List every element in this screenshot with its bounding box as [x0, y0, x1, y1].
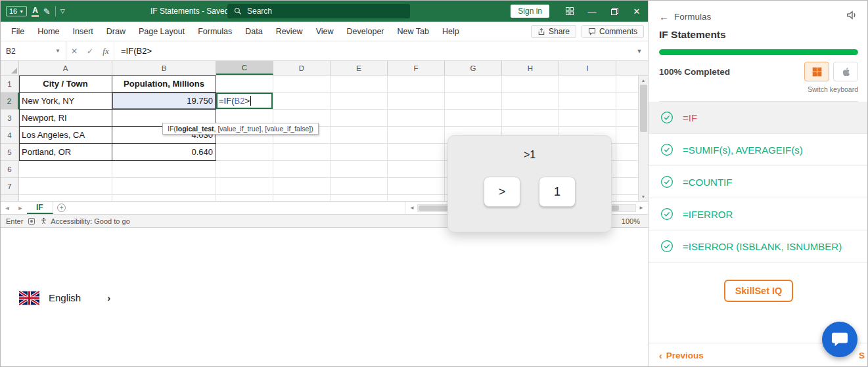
cell-F2[interactable] — [388, 93, 445, 110]
cell-I1[interactable] — [559, 76, 616, 93]
language-label[interactable]: English — [49, 292, 81, 303]
cell-F7[interactable] — [388, 178, 445, 195]
cell-D8[interactable] — [273, 195, 331, 201]
enter-formula-icon[interactable]: ✓ — [82, 41, 98, 60]
cell-B7[interactable] — [112, 178, 216, 195]
ribbon-tab-page-layout[interactable]: Page Layout — [132, 24, 191, 39]
row-header-8[interactable]: 8 — [1, 195, 19, 201]
cell-E5[interactable] — [331, 144, 388, 161]
insert-function-icon[interactable]: fx — [98, 41, 114, 60]
cell-C8[interactable] — [216, 195, 273, 201]
ribbon-tab-home[interactable]: Home — [31, 24, 66, 39]
cell-F1[interactable] — [388, 76, 445, 93]
cell-E3[interactable] — [331, 110, 388, 127]
cell-A8[interactable] — [19, 195, 112, 201]
cell-D6[interactable] — [273, 161, 331, 178]
column-header-C[interactable]: C — [216, 61, 273, 75]
cell-A6[interactable] — [19, 161, 112, 178]
next-button-partial[interactable]: S — [859, 351, 865, 360]
lesson-item-sumif[interactable]: =SUMIF(s), AVERAGEIF(s) — [649, 134, 868, 166]
uk-flag-icon[interactable] — [19, 291, 39, 305]
accessibility-status[interactable]: Accessibility: Good to go — [40, 217, 129, 225]
ribbon-tab-review[interactable]: Review — [269, 24, 309, 39]
vertical-scrollbar[interactable]: ▲ ▼ — [638, 76, 648, 201]
ribbon-tab-new-tab[interactable]: New Tab — [391, 24, 436, 39]
cell-C1[interactable] — [216, 76, 273, 93]
column-header-F[interactable]: F — [388, 61, 445, 75]
cell-E1[interactable] — [331, 76, 388, 93]
ribbon-tab-help[interactable]: Help — [436, 24, 466, 39]
cell-D7[interactable] — [273, 178, 331, 195]
scroll-left-icon[interactable]: ◄ — [407, 205, 417, 211]
expand-formula-bar-icon[interactable]: ▼ — [631, 41, 648, 60]
column-header-D[interactable]: D — [273, 61, 331, 75]
cell-H2[interactable] — [502, 93, 559, 110]
highlighter-icon[interactable]: ✎ — [43, 7, 51, 16]
chevron-down-icon[interactable]: ▼ — [55, 48, 60, 54]
cell-H1[interactable] — [502, 76, 559, 93]
cell-H3[interactable] — [502, 110, 559, 127]
row-header-3[interactable]: 3 — [1, 110, 19, 127]
row-header-2[interactable]: 2 — [1, 93, 19, 110]
column-header-I[interactable]: I — [559, 61, 616, 75]
sign-in-button[interactable]: Sign in — [511, 5, 549, 18]
row-header-7[interactable]: 7 — [1, 178, 19, 195]
zoom-level-label[interactable]: 100% — [622, 217, 640, 225]
column-header-H[interactable]: H — [502, 61, 559, 75]
sheet-nav-left-icon[interactable]: ◄ — [1, 202, 14, 214]
back-button[interactable]: ←Formulas — [659, 11, 711, 22]
cell-A5[interactable]: Portland, OR — [19, 144, 112, 161]
qat-customize-icon[interactable]: ▽ — [60, 9, 65, 14]
cell-B6[interactable] — [112, 161, 216, 178]
skillset-iq-button[interactable]: SkillSet IQ — [724, 280, 794, 302]
close-button[interactable]: ✕ — [626, 1, 648, 22]
ribbon-tab-formulas[interactable]: Formulas — [191, 24, 239, 39]
row-header-6[interactable]: 6 — [1, 161, 19, 178]
column-header-A[interactable]: A — [19, 61, 112, 75]
ribbon-tab-insert[interactable]: Insert — [66, 24, 100, 39]
cell-G3[interactable] — [445, 110, 502, 127]
ribbon-tab-view[interactable]: View — [309, 24, 340, 39]
column-header-G[interactable]: G — [445, 61, 502, 75]
column-header-B[interactable]: B — [112, 61, 216, 75]
share-button[interactable]: Share — [531, 25, 576, 38]
lesson-item-iferror[interactable]: =IFERROR — [649, 198, 868, 230]
name-box[interactable]: B2 ▼ — [1, 41, 66, 60]
macro-record-icon[interactable] — [28, 218, 35, 225]
restore-button[interactable] — [603, 1, 626, 22]
chevron-right-icon[interactable]: › — [107, 292, 110, 303]
cancel-formula-icon[interactable]: ✕ — [66, 41, 82, 60]
ribbon-tab-data[interactable]: Data — [239, 24, 269, 39]
scroll-right-icon[interactable]: ► — [636, 205, 647, 211]
row-header-5[interactable]: 5 — [1, 144, 19, 161]
sound-icon[interactable] — [846, 10, 858, 23]
cell-B2[interactable]: 19.750 — [112, 93, 216, 110]
cell-B8[interactable] — [112, 195, 216, 201]
cell-C7[interactable] — [216, 178, 273, 195]
ribbon-display-icon[interactable] — [559, 1, 581, 22]
scroll-down-icon[interactable]: ▼ — [639, 192, 648, 201]
cell-F8[interactable] — [388, 195, 445, 201]
windows-keyboard-button[interactable] — [804, 62, 829, 81]
cell-C6[interactable] — [216, 161, 273, 178]
sheet-tab-if[interactable]: IF — [27, 202, 53, 214]
chat-widget-button[interactable] — [822, 322, 857, 357]
font-size-box[interactable]: 16▼ — [6, 6, 27, 16]
cell-E4[interactable] — [331, 127, 388, 144]
add-sheet-button[interactable]: + — [53, 202, 70, 214]
lesson-item-countif[interactable]: =COUNTIF — [649, 166, 868, 198]
cell-I3[interactable] — [559, 110, 616, 127]
previous-button[interactable]: ‹Previous — [659, 351, 704, 361]
ribbon-tab-draw[interactable]: Draw — [100, 24, 132, 39]
formula-input[interactable]: =IF(B2> — [114, 41, 631, 60]
cell-A1[interactable]: City / Town — [19, 76, 112, 93]
cell-D2[interactable] — [273, 93, 331, 110]
cell-C5[interactable] — [216, 144, 273, 161]
row-header-1[interactable]: 1 — [1, 76, 19, 93]
cell-F4[interactable] — [388, 127, 445, 144]
comments-button[interactable]: Comments — [582, 25, 644, 38]
sheet-nav-right-icon[interactable]: ► — [14, 202, 27, 214]
cell-E2[interactable] — [331, 93, 388, 110]
vertical-scroll-thumb[interactable] — [640, 85, 647, 132]
cell-D1[interactable] — [273, 76, 331, 93]
